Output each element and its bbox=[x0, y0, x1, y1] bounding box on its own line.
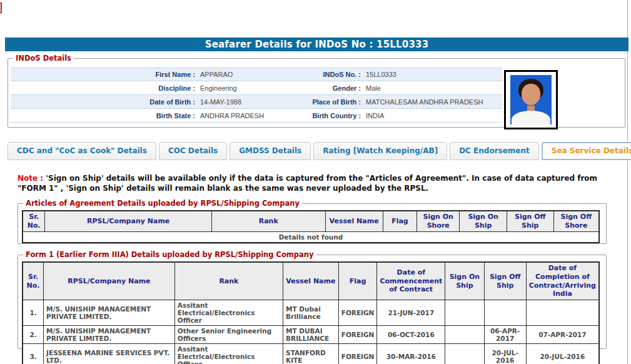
indos-row: Discipline :EngineeringGender :Male bbox=[11, 81, 502, 95]
table-header: Sr. No.RPSL/Company NameRankVessel NameF… bbox=[23, 211, 599, 231]
field-value: INDIA bbox=[361, 112, 502, 119]
articles-of-agreement-fieldset: Articles of Agreement Details uploaded b… bbox=[18, 199, 607, 244]
indos-details-legend: INDoS Details bbox=[13, 54, 74, 63]
table-cell bbox=[445, 344, 484, 364]
field-value: 15LL0333 bbox=[361, 71, 502, 78]
page: Seafarer Details for INDoS No : 15LL0333… bbox=[0, 0, 631, 364]
table-cell: M/S. UNISHIP MANAGEMENT PRIVATE LIMITED. bbox=[44, 326, 175, 344]
column-header: Flag bbox=[338, 262, 377, 300]
column-header: Sign Off Ship bbox=[484, 262, 526, 300]
table-row: 2.M/S. UNISHIP MANAGEMENT PRIVATE LIMITE… bbox=[23, 326, 599, 344]
note-prefix: Note : bbox=[18, 174, 43, 183]
form1-details-fieldset: Form 1 (Earlier Form IIIA) Details uploa… bbox=[18, 250, 607, 349]
field-value: Male bbox=[361, 84, 502, 92]
column-header: Rank bbox=[174, 262, 283, 300]
empty-row: Details not found bbox=[23, 231, 599, 243]
table-cell bbox=[445, 326, 484, 344]
table-cell: FOREIGN bbox=[338, 326, 377, 344]
table-body: Details not found bbox=[23, 231, 599, 243]
indos-row: Date of Birth :14-MAY-1988Place of Birth… bbox=[11, 95, 502, 109]
details-not-found-message: Details not found bbox=[23, 231, 599, 243]
table-cell: FOREIGN bbox=[338, 344, 377, 364]
table-cell: STANFORD KITE bbox=[283, 344, 339, 364]
column-header: Sign Off Ship bbox=[507, 211, 553, 231]
page-right-border bbox=[627, 0, 628, 364]
column-header: Sign On Ship bbox=[445, 262, 484, 300]
indos-details-fieldset: INDoS Details First Name :APPARAOINDoS N… bbox=[8, 54, 625, 128]
column-header: Vessel Name bbox=[325, 211, 383, 231]
column-header: Flag bbox=[383, 211, 416, 231]
field-label: Place of Birth : bbox=[283, 98, 361, 106]
indos-details-rows: First Name :APPARAOINDoS No. :15LL0333Di… bbox=[11, 68, 502, 123]
indos-row: Birth State :ANDHRA PRADESHBirth Country… bbox=[11, 109, 502, 123]
table-body: 1.M/S. UNISHIP MANAGEMENT PRIVATE LIMITE… bbox=[23, 300, 599, 364]
tab-sea-service-details[interactable]: Sea Service Details bbox=[542, 142, 631, 160]
table-header-row: Sr. No.RPSL/Company NameRankVessel NameF… bbox=[23, 262, 599, 300]
table-cell: MT Dubai Brilliance bbox=[283, 300, 339, 326]
column-header: Rank bbox=[211, 211, 325, 231]
table-cell: JESSEENA MARINE SERVICES PVT. LTD. bbox=[44, 344, 175, 364]
table-cell: 06-APR-2017 bbox=[484, 326, 526, 344]
articles-of-agreement-legend: Articles of Agreement Details uploaded b… bbox=[23, 199, 302, 208]
photo-face bbox=[522, 84, 540, 105]
tab-cdc-and-coc-as-cook-details[interactable]: CDC and "CoC as Cook" Details bbox=[8, 142, 156, 160]
field-label: INDoS No. : bbox=[283, 71, 361, 78]
table-cell: 30-MAR-2016 bbox=[377, 344, 445, 364]
column-header: Sign On Ship bbox=[460, 211, 507, 231]
form1-details-legend: Form 1 (Earlier Form IIIA) Details uploa… bbox=[23, 250, 316, 259]
table-cell bbox=[484, 300, 526, 326]
table-header-row: Sr. No.RPSL/Company NameRankVessel NameF… bbox=[23, 211, 599, 231]
table-cell: M/S. UNISHIP MANAGEMENT PRIVATE LIMITED. bbox=[44, 300, 175, 326]
field-value: MATCHALESAM ANDHRA PRADESH bbox=[361, 98, 502, 106]
column-header: Sr. No. bbox=[23, 211, 45, 231]
column-header: Sign On Shore bbox=[417, 211, 460, 231]
seafarer-photo-image bbox=[510, 75, 552, 124]
page-title: Seafarer Details for INDoS No : 15LL0333 bbox=[205, 39, 429, 50]
tab-gmdss-details[interactable]: GMDSS Details bbox=[230, 142, 311, 160]
page-title-bar: Seafarer Details for INDoS No : 15LL0333 bbox=[5, 38, 628, 51]
field-label: First Name : bbox=[11, 71, 195, 78]
column-header: Sr. No. bbox=[23, 262, 44, 300]
broken-image-icon bbox=[0, 3, 2, 13]
field-label: Discipline : bbox=[11, 84, 195, 92]
field-label: Birth State : bbox=[11, 112, 195, 119]
table-cell: Assitant Electrical/Electronics Officer bbox=[174, 300, 283, 326]
table-cell: 20-JUL-2016 bbox=[484, 344, 526, 364]
seafarer-photo bbox=[504, 70, 558, 129]
table-cell: 2. bbox=[23, 326, 44, 344]
field-value: 14-MAY-1988 bbox=[195, 98, 283, 106]
table-row: 1.M/S. UNISHIP MANAGEMENT PRIVATE LIMITE… bbox=[23, 300, 599, 326]
table-cell: MT DUBAI BRILLIANCE bbox=[283, 326, 339, 344]
column-header: RPSL/Company Name bbox=[44, 262, 175, 300]
field-value: ANDHRA PRADESH bbox=[195, 112, 283, 119]
photo-shirt bbox=[512, 111, 550, 124]
table-header: Sr. No.RPSL/Company NameRankVessel NameF… bbox=[23, 262, 599, 300]
table-cell: 21-JUN-2017 bbox=[377, 300, 445, 326]
table-cell: FOREIGN bbox=[338, 300, 377, 326]
table-row: 3.JESSEENA MARINE SERVICES PVT. LTD.Assi… bbox=[23, 344, 599, 364]
column-header: RPSL/Company Name bbox=[45, 211, 211, 231]
field-label: Date of Birth : bbox=[11, 98, 195, 106]
column-header: Vessel Name bbox=[283, 262, 339, 300]
tab-coc-details[interactable]: COC Details bbox=[159, 142, 227, 160]
table-cell: 20-JUL-2016 bbox=[526, 344, 599, 364]
table-cell bbox=[526, 300, 599, 326]
table-cell: 3. bbox=[23, 344, 44, 364]
note-body: 'Sign on Ship' details will be available… bbox=[18, 174, 597, 193]
field-label: Gender : bbox=[283, 84, 361, 92]
field-label: Birth Country : bbox=[283, 112, 361, 119]
table-cell: Other Senior Engineering Officers bbox=[174, 326, 283, 344]
table-cell: 07-APR-2017 bbox=[526, 326, 599, 344]
column-header: Sign Off Shore bbox=[553, 211, 599, 231]
tab-rating-watch-keeping-ab[interactable]: Rating [Watch Keeping/AB] bbox=[313, 142, 447, 160]
tab-dc-endorsement[interactable]: DC Endorsement bbox=[450, 142, 539, 160]
form1-details-table: Sr. No.RPSL/Company NameRankVessel NameF… bbox=[22, 261, 600, 364]
field-value: APPARAO bbox=[195, 71, 283, 78]
articles-of-agreement-table: Sr. No.RPSL/Company NameRankVessel NameF… bbox=[22, 210, 600, 243]
field-value: Engineering bbox=[195, 84, 283, 92]
note-text: Note : 'Sign on Ship' details will be av… bbox=[18, 174, 619, 193]
table-cell bbox=[445, 300, 484, 326]
column-header: Date of Completion of Contract/Arriving … bbox=[526, 262, 599, 300]
table-cell: Assitant Electrical/Electronics Officer bbox=[174, 344, 283, 364]
table-cell: 1. bbox=[23, 300, 44, 326]
